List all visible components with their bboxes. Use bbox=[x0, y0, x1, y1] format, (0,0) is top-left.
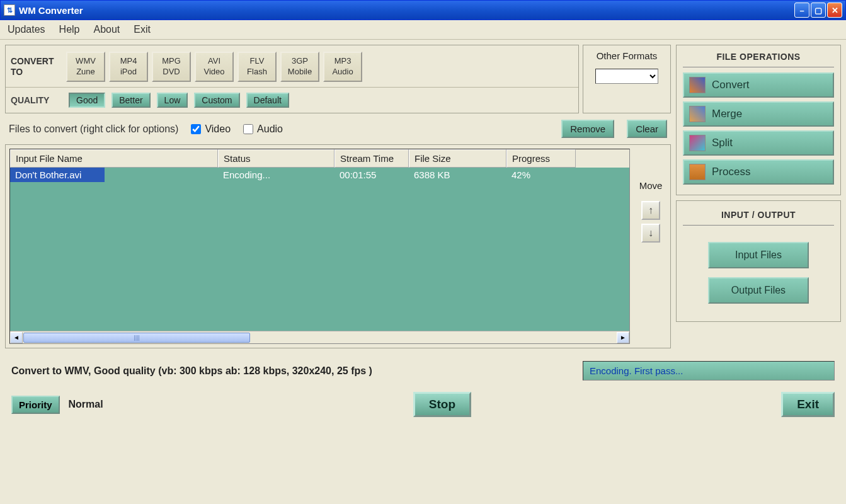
video-checkbox[interactable] bbox=[191, 124, 201, 134]
exit-button[interactable]: Exit bbox=[781, 392, 835, 417]
quality-label: QUALITY bbox=[11, 95, 62, 105]
file-list-panel: Input File Name Status Stream Time File … bbox=[5, 144, 671, 348]
merge-button[interactable]: Merge bbox=[683, 101, 834, 127]
quality-low-button[interactable]: Low bbox=[157, 93, 188, 108]
format-3gp-button[interactable]: 3GPMobile bbox=[280, 52, 319, 82]
col-header-progress[interactable]: Progress bbox=[506, 149, 576, 168]
move-up-button[interactable]: ↑ bbox=[641, 201, 660, 220]
cell-size: 6388 KB bbox=[409, 168, 506, 182]
col-header-status[interactable]: Status bbox=[218, 149, 334, 168]
split-icon bbox=[689, 135, 706, 151]
priority-button[interactable]: Priority bbox=[11, 396, 60, 414]
quality-custom-button[interactable]: Custom bbox=[194, 93, 239, 108]
files-label: Files to convert (right click for option… bbox=[9, 123, 178, 135]
menu-exit[interactable]: Exit bbox=[134, 24, 151, 35]
convert-button[interactable]: Convert bbox=[683, 72, 834, 98]
titlebar: ⇅ WM Converter – ▢ ✕ bbox=[0, 0, 846, 20]
file-operations-title: FILE OPERATIONS bbox=[683, 52, 834, 67]
cell-stream: 00:01:55 bbox=[334, 168, 409, 182]
arrow-up-icon: ↑ bbox=[648, 205, 653, 216]
file-table-header: Input File Name Status Stream Time File … bbox=[10, 149, 629, 168]
audio-checkbox-wrap[interactable]: Audio bbox=[243, 123, 283, 135]
menu-about[interactable]: About bbox=[94, 24, 120, 35]
input-output-title: INPUT / OUTPUT bbox=[683, 210, 834, 226]
table-row[interactable]: Don't Bother.avi Encoding... 00:01:55 63… bbox=[10, 168, 629, 182]
scroll-thumb[interactable]: |||| bbox=[23, 333, 250, 343]
format-wmv-button[interactable]: WMVZune bbox=[66, 52, 105, 82]
arrow-down-icon: ↓ bbox=[648, 227, 653, 239]
remove-button[interactable]: Remove bbox=[561, 120, 614, 138]
col-header-stream[interactable]: Stream Time bbox=[334, 149, 409, 168]
move-panel: Move ↑ ↓ bbox=[635, 149, 666, 344]
other-formats-panel: Other Formats bbox=[583, 45, 671, 113]
convert-panel: CONVERT TO WMVZune MP4iPod MPGDVD AVIVid… bbox=[5, 45, 579, 113]
split-button[interactable]: Split bbox=[683, 130, 834, 156]
other-formats-label: Other Formats bbox=[588, 50, 665, 61]
col-header-name[interactable]: Input File Name bbox=[10, 149, 218, 168]
format-avi-button[interactable]: AVIVideo bbox=[195, 52, 234, 82]
input-files-button[interactable]: Input Files bbox=[708, 242, 809, 268]
stop-button[interactable]: Stop bbox=[413, 392, 471, 417]
quality-better-button[interactable]: Better bbox=[111, 93, 150, 108]
format-mp3-button[interactable]: MP3Audio bbox=[323, 52, 362, 82]
close-button[interactable]: ✕ bbox=[827, 3, 842, 18]
move-label: Move bbox=[639, 180, 663, 191]
file-operations-panel: FILE OPERATIONS Convert Merge Split Proc… bbox=[676, 45, 841, 195]
minimize-button[interactable]: – bbox=[794, 3, 809, 18]
convert-to-label: CONVERT TO bbox=[11, 56, 62, 77]
horizontal-scrollbar[interactable]: ◄ |||| ► bbox=[10, 331, 629, 343]
format-mp4-button[interactable]: MP4iPod bbox=[109, 52, 148, 82]
menu-help[interactable]: Help bbox=[59, 24, 80, 35]
other-formats-select[interactable] bbox=[595, 69, 658, 84]
priority-value: Normal bbox=[69, 399, 103, 410]
col-header-size[interactable]: File Size bbox=[409, 149, 506, 168]
encoding-status: Encoding. First pass... bbox=[583, 361, 835, 381]
app-icon: ⇅ bbox=[4, 4, 15, 16]
output-files-button[interactable]: Output Files bbox=[708, 277, 809, 304]
convert-icon bbox=[689, 77, 706, 93]
format-mpg-button[interactable]: MPGDVD bbox=[152, 52, 191, 82]
audio-checkbox[interactable] bbox=[243, 124, 253, 134]
process-icon bbox=[689, 164, 706, 180]
status-summary: Convert to WMV, Good quality (vb: 300 kb… bbox=[11, 365, 564, 377]
file-table[interactable]: Input File Name Status Stream Time File … bbox=[9, 149, 630, 344]
menu-updates[interactable]: Updates bbox=[8, 24, 45, 35]
cell-status: Encoding... bbox=[218, 168, 334, 182]
scroll-right-icon[interactable]: ► bbox=[617, 332, 629, 343]
video-checkbox-wrap[interactable]: Video bbox=[191, 123, 231, 135]
process-button[interactable]: Process bbox=[683, 159, 834, 185]
menubar: Updates Help About Exit bbox=[0, 20, 846, 40]
format-flv-button[interactable]: FLVFlash bbox=[237, 52, 277, 82]
window-title: WM Converter bbox=[19, 5, 794, 16]
move-down-button[interactable]: ↓ bbox=[641, 224, 660, 243]
input-output-panel: INPUT / OUTPUT Input Files Output Files bbox=[676, 200, 841, 322]
merge-icon bbox=[689, 106, 706, 122]
maximize-button[interactable]: ▢ bbox=[811, 3, 826, 18]
quality-default-button[interactable]: Default bbox=[246, 93, 289, 108]
cell-name: Don't Bother.avi bbox=[10, 168, 105, 182]
scroll-left-icon[interactable]: ◄ bbox=[10, 332, 23, 343]
clear-button[interactable]: Clear bbox=[627, 120, 667, 138]
cell-progress: 42% bbox=[506, 168, 576, 182]
quality-good-button[interactable]: Good bbox=[69, 93, 105, 108]
